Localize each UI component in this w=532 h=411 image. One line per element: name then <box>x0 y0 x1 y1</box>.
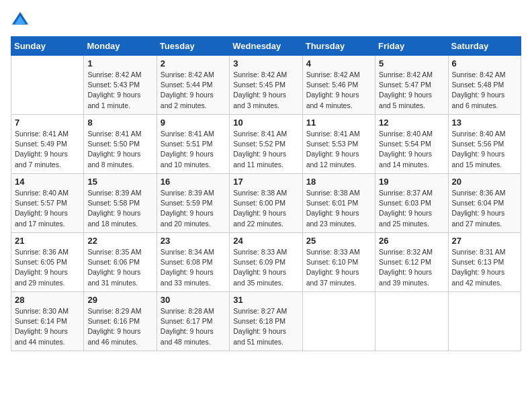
calendar-cell: 21Sunrise: 8:36 AM Sunset: 6:05 PM Dayli… <box>11 233 84 292</box>
calendar-body: 1Sunrise: 8:42 AM Sunset: 5:43 PM Daylig… <box>11 56 521 351</box>
calendar-cell: 8Sunrise: 8:41 AM Sunset: 5:50 PM Daylig… <box>84 115 157 174</box>
calendar-cell: 26Sunrise: 8:32 AM Sunset: 6:12 PM Dayli… <box>375 233 448 292</box>
day-info: Sunrise: 8:42 AM Sunset: 5:44 PM Dayligh… <box>161 70 226 111</box>
day-info: Sunrise: 8:35 AM Sunset: 6:06 PM Dayligh… <box>87 247 152 288</box>
weekday-header-thursday: Thursday <box>302 37 375 56</box>
calendar-cell: 22Sunrise: 8:35 AM Sunset: 6:06 PM Dayli… <box>84 233 157 292</box>
weekday-header-sunday: Sunday <box>11 37 84 56</box>
weekday-header-wednesday: Wednesday <box>230 37 302 56</box>
calendar-cell: 18Sunrise: 8:38 AM Sunset: 6:01 PM Dayli… <box>302 174 375 233</box>
weekday-header-friday: Friday <box>375 37 448 56</box>
calendar-cell: 24Sunrise: 8:33 AM Sunset: 6:09 PM Dayli… <box>230 233 302 292</box>
calendar-cell: 16Sunrise: 8:39 AM Sunset: 5:59 PM Dayli… <box>157 174 229 233</box>
day-info: Sunrise: 8:42 AM Sunset: 5:48 PM Dayligh… <box>452 70 517 111</box>
day-info: Sunrise: 8:27 AM Sunset: 6:18 PM Dayligh… <box>233 306 298 347</box>
calendar-cell: 27Sunrise: 8:31 AM Sunset: 6:13 PM Dayli… <box>448 233 521 292</box>
day-number: 30 <box>161 295 226 305</box>
day-number: 29 <box>87 295 152 305</box>
day-info: Sunrise: 8:42 AM Sunset: 5:46 PM Dayligh… <box>306 70 371 111</box>
day-info: Sunrise: 8:40 AM Sunset: 5:57 PM Dayligh… <box>15 188 80 229</box>
calendar-cell <box>375 292 448 351</box>
day-info: Sunrise: 8:28 AM Sunset: 6:17 PM Dayligh… <box>161 306 226 347</box>
calendar-cell: 23Sunrise: 8:34 AM Sunset: 6:08 PM Dayli… <box>157 233 229 292</box>
weekday-header-row: SundayMondayTuesdayWednesdayThursdayFrid… <box>11 37 521 56</box>
weekday-header-tuesday: Tuesday <box>157 37 229 56</box>
logo <box>11 11 32 30</box>
day-info: Sunrise: 8:42 AM Sunset: 5:45 PM Dayligh… <box>233 70 298 111</box>
logo-icon <box>11 11 30 30</box>
day-info: Sunrise: 8:38 AM Sunset: 6:01 PM Dayligh… <box>306 188 371 229</box>
day-number: 1 <box>87 58 152 68</box>
calendar-table: SundayMondayTuesdayWednesdayThursdayFrid… <box>11 36 521 351</box>
calendar-cell: 31Sunrise: 8:27 AM Sunset: 6:18 PM Dayli… <box>230 292 302 351</box>
day-number: 13 <box>452 118 517 128</box>
day-info: Sunrise: 8:41 AM Sunset: 5:49 PM Dayligh… <box>15 129 80 170</box>
day-number: 11 <box>306 118 371 128</box>
day-info: Sunrise: 8:37 AM Sunset: 6:03 PM Dayligh… <box>379 188 444 229</box>
day-number: 21 <box>15 236 80 246</box>
day-info: Sunrise: 8:29 AM Sunset: 6:16 PM Dayligh… <box>87 306 152 347</box>
calendar-cell: 19Sunrise: 8:37 AM Sunset: 6:03 PM Dayli… <box>375 174 448 233</box>
day-info: Sunrise: 8:34 AM Sunset: 6:08 PM Dayligh… <box>161 247 226 288</box>
day-number: 28 <box>15 295 80 305</box>
day-info: Sunrise: 8:30 AM Sunset: 6:14 PM Dayligh… <box>15 306 80 347</box>
calendar-cell: 2Sunrise: 8:42 AM Sunset: 5:44 PM Daylig… <box>157 56 229 115</box>
calendar-cell: 29Sunrise: 8:29 AM Sunset: 6:16 PM Dayli… <box>84 292 157 351</box>
calendar-week-3: 14Sunrise: 8:40 AM Sunset: 5:57 PM Dayli… <box>11 174 521 233</box>
calendar-week-2: 7Sunrise: 8:41 AM Sunset: 5:49 PM Daylig… <box>11 115 521 174</box>
calendar-header: SundayMondayTuesdayWednesdayThursdayFrid… <box>11 37 521 56</box>
calendar-week-4: 21Sunrise: 8:36 AM Sunset: 6:05 PM Dayli… <box>11 233 521 292</box>
day-number: 6 <box>452 58 517 68</box>
day-info: Sunrise: 8:40 AM Sunset: 5:54 PM Dayligh… <box>379 129 444 170</box>
day-number: 12 <box>379 118 444 128</box>
calendar-cell: 3Sunrise: 8:42 AM Sunset: 5:45 PM Daylig… <box>230 56 302 115</box>
calendar-cell: 14Sunrise: 8:40 AM Sunset: 5:57 PM Dayli… <box>11 174 84 233</box>
day-number: 23 <box>161 236 226 246</box>
page-header <box>11 11 521 30</box>
day-number: 3 <box>233 58 298 68</box>
day-info: Sunrise: 8:33 AM Sunset: 6:10 PM Dayligh… <box>306 247 371 288</box>
day-number: 24 <box>233 236 298 246</box>
day-info: Sunrise: 8:39 AM Sunset: 5:58 PM Dayligh… <box>87 188 152 229</box>
day-info: Sunrise: 8:40 AM Sunset: 5:56 PM Dayligh… <box>452 129 517 170</box>
weekday-header-saturday: Saturday <box>448 37 521 56</box>
day-info: Sunrise: 8:41 AM Sunset: 5:53 PM Dayligh… <box>306 129 371 170</box>
day-number: 15 <box>87 177 152 187</box>
day-number: 14 <box>15 177 80 187</box>
day-number: 22 <box>87 236 152 246</box>
calendar-cell: 15Sunrise: 8:39 AM Sunset: 5:58 PM Dayli… <box>84 174 157 233</box>
day-info: Sunrise: 8:41 AM Sunset: 5:51 PM Dayligh… <box>161 129 226 170</box>
day-number: 19 <box>379 177 444 187</box>
day-info: Sunrise: 8:36 AM Sunset: 6:05 PM Dayligh… <box>15 247 80 288</box>
calendar-cell: 10Sunrise: 8:41 AM Sunset: 5:52 PM Dayli… <box>230 115 302 174</box>
calendar-week-5: 28Sunrise: 8:30 AM Sunset: 6:14 PM Dayli… <box>11 292 521 351</box>
day-number: 26 <box>379 236 444 246</box>
calendar-cell: 1Sunrise: 8:42 AM Sunset: 5:43 PM Daylig… <box>84 56 157 115</box>
day-number: 9 <box>161 118 226 128</box>
day-info: Sunrise: 8:33 AM Sunset: 6:09 PM Dayligh… <box>233 247 298 288</box>
day-info: Sunrise: 8:31 AM Sunset: 6:13 PM Dayligh… <box>452 247 517 288</box>
weekday-header-monday: Monday <box>84 37 157 56</box>
day-info: Sunrise: 8:39 AM Sunset: 5:59 PM Dayligh… <box>161 188 226 229</box>
calendar-cell: 7Sunrise: 8:41 AM Sunset: 5:49 PM Daylig… <box>11 115 84 174</box>
calendar-cell: 4Sunrise: 8:42 AM Sunset: 5:46 PM Daylig… <box>302 56 375 115</box>
day-number: 4 <box>306 58 371 68</box>
day-number: 2 <box>161 58 226 68</box>
calendar-cell: 13Sunrise: 8:40 AM Sunset: 5:56 PM Dayli… <box>448 115 521 174</box>
day-number: 27 <box>452 236 517 246</box>
calendar-cell: 20Sunrise: 8:36 AM Sunset: 6:04 PM Dayli… <box>448 174 521 233</box>
calendar-cell: 9Sunrise: 8:41 AM Sunset: 5:51 PM Daylig… <box>157 115 229 174</box>
calendar-cell: 12Sunrise: 8:40 AM Sunset: 5:54 PM Dayli… <box>375 115 448 174</box>
calendar-cell: 6Sunrise: 8:42 AM Sunset: 5:48 PM Daylig… <box>448 56 521 115</box>
calendar-cell <box>448 292 521 351</box>
day-info: Sunrise: 8:42 AM Sunset: 5:47 PM Dayligh… <box>379 70 444 111</box>
day-info: Sunrise: 8:41 AM Sunset: 5:52 PM Dayligh… <box>233 129 298 170</box>
calendar-cell: 5Sunrise: 8:42 AM Sunset: 5:47 PM Daylig… <box>375 56 448 115</box>
calendar-cell: 25Sunrise: 8:33 AM Sunset: 6:10 PM Dayli… <box>302 233 375 292</box>
day-info: Sunrise: 8:36 AM Sunset: 6:04 PM Dayligh… <box>452 188 517 229</box>
day-number: 16 <box>161 177 226 187</box>
day-number: 5 <box>379 58 444 68</box>
day-number: 20 <box>452 177 517 187</box>
calendar-week-1: 1Sunrise: 8:42 AM Sunset: 5:43 PM Daylig… <box>11 56 521 115</box>
day-number: 7 <box>15 118 80 128</box>
